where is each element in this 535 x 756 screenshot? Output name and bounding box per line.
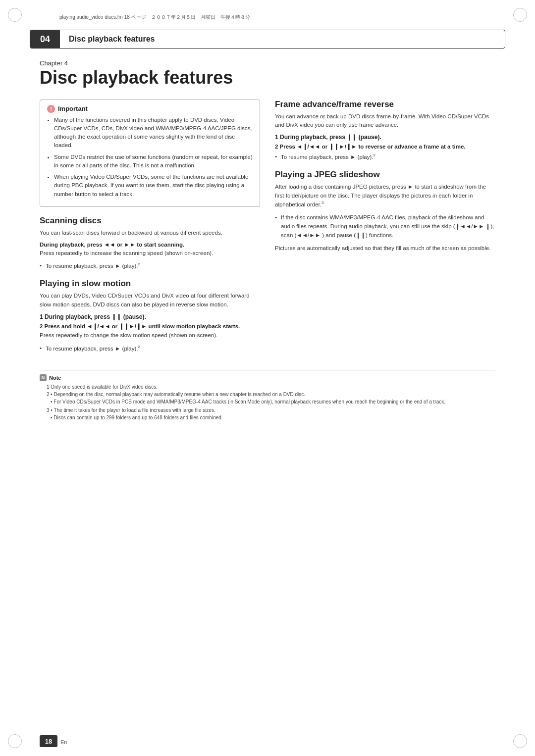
note-item-3: 3 • The time it takes for the player to …	[40, 406, 495, 414]
frame-advance-step1: 1 During playback, press ❙❙ (pause).	[275, 134, 495, 141]
scanning-step1-bold: During playback, press ◄◄ or ►► to start…	[40, 242, 260, 248]
slow-motion-section: Playing in slow motion You can play DVDs…	[40, 279, 260, 353]
chapter-title: Disc playback features	[40, 68, 495, 88]
corner-decoration-tr	[513, 8, 527, 22]
note-item-3b: • Discs can contain up to 299 folders an…	[40, 414, 495, 421]
warning-icon: !	[47, 105, 55, 113]
corner-decoration-bl	[8, 734, 22, 748]
left-column: ! Important Many of the functions covere…	[40, 100, 260, 361]
important-item-1: Many of the functions covered in this ch…	[54, 116, 253, 150]
frame-advance-step2: 2 Press ◄❙/◄◄ or ❙❙►/❙► to reverse or ad…	[275, 143, 495, 150]
frame-advance-section: Frame advance/frame reverse You can adva…	[275, 100, 495, 162]
note-label: Note	[49, 375, 61, 381]
right-column: Frame advance/frame reverse You can adva…	[275, 100, 495, 361]
jpeg-slideshow-body: After loading a disc containing JPEG pic…	[275, 183, 495, 209]
scanning-body: You can fast-scan discs forward or backw…	[40, 229, 260, 238]
two-column-layout: ! Important Many of the functions covere…	[40, 100, 495, 361]
important-label: Important	[58, 105, 88, 112]
slow-motion-body: You can play DVDs, Video CD/Super VCDs a…	[40, 292, 260, 309]
note-item-2: 2 • Depending on the disc, normal playba…	[40, 391, 495, 398]
frame-advance-step2-bold: 2 Press ◄❙/◄◄ or ❙❙►/❙► to reverse or ad…	[275, 143, 495, 150]
frame-advance-body: You can advance or back up DVD discs fra…	[275, 112, 495, 130]
important-item-2: Some DVDs restrict the use of some funct…	[54, 153, 253, 170]
important-box: ! Important Many of the functions covere…	[40, 100, 260, 207]
slow-motion-title: Playing in slow motion	[40, 279, 260, 289]
jpeg-slideshow-section: Playing a JPEG slideshow After loading a…	[275, 170, 495, 253]
slow-motion-bullet1: To resume playback, press ► (play).2	[40, 344, 260, 353]
chapter-number: 04	[30, 30, 60, 48]
page-lang: En	[60, 739, 67, 745]
chapter-header-bar: 04 Disc playback features	[30, 30, 505, 49]
main-content: Chapter 4 Disc playback features ! Impor…	[40, 59, 495, 716]
important-title: ! Important	[47, 105, 253, 113]
slow-motion-step2: 2 Press and hold ◄❙/◄◄ or ❙❙►/❙► until s…	[40, 323, 260, 340]
page-number: 18	[40, 735, 57, 747]
note-icon: N	[40, 374, 47, 381]
important-item-3: When playing Video CD/Super VCDs, some o…	[54, 173, 253, 199]
slow-motion-step2-bold: 2 Press and hold ◄❙/◄◄ or ❙❙►/❙► until s…	[40, 323, 260, 330]
note-box: N Note 1 Only one speed is available for…	[40, 370, 495, 421]
note-item-1: 1 Only one speed is available for DivX v…	[47, 383, 495, 391]
frame-advance-title: Frame advance/frame reverse	[275, 100, 495, 109]
file-info: playing audio_video discs.fm 18 ページ ２００７…	[59, 14, 250, 21]
important-list: Many of the functions covered in this ch…	[47, 116, 253, 199]
scanning-step1: During playback, press ◄◄ or ►► to start…	[40, 242, 260, 258]
scanning-section: Scanning discs You can fast-scan discs f…	[40, 216, 260, 271]
chapter-header-title: Disc playback features	[60, 35, 155, 44]
slow-motion-step1: 1 During playback, press ❙❙ (pause).	[40, 313, 260, 320]
note-list: 1 Only one speed is available for DivX v…	[40, 383, 495, 391]
corner-decoration-br	[513, 734, 527, 748]
scanning-step1-body: Press repeatedly to increase the scannin…	[40, 249, 260, 258]
jpeg-slideshow-title: Playing a JPEG slideshow	[275, 170, 495, 180]
note-item-2b: • For Video CDs/Super VCDs in PCB mode a…	[40, 398, 495, 405]
frame-advance-bullet1: To resume playback, press ► (play).2	[275, 152, 495, 162]
chapter-label: Chapter 4	[40, 59, 495, 67]
corner-decoration-tl	[8, 8, 22, 22]
scanning-title: Scanning discs	[40, 216, 260, 226]
jpeg-slideshow-bullet1: If the disc contains WMA/MP3/MPEG-4 AAC …	[275, 213, 495, 240]
jpeg-slideshow-body2: Pictures are automatically adjusted so t…	[275, 244, 495, 253]
note-title: N Note	[40, 374, 495, 381]
slow-motion-step2-body: Press repeatedly to change the slow moti…	[40, 331, 260, 340]
scanning-bullet1: To resume playback, press ► (play).2	[40, 261, 260, 271]
